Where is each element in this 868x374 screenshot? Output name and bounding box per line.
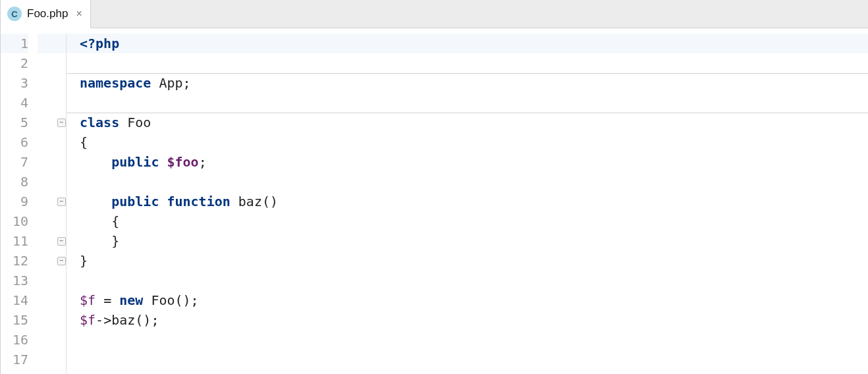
code-line[interactable]: { <box>67 132 865 152</box>
line-number: 4 <box>1 93 28 113</box>
token: baz <box>238 194 262 209</box>
code-editor[interactable]: 1234567891011121314151617 <?phpnamespace… <box>1 28 868 374</box>
tab-filename: Foo.php <box>27 7 68 20</box>
code-line[interactable] <box>67 93 865 113</box>
token: class <box>80 115 127 130</box>
token: (); <box>135 312 159 328</box>
code-line[interactable]: public $foo; <box>67 152 865 172</box>
fold-gutter <box>38 34 67 374</box>
code-line[interactable]: class Foo <box>67 113 865 132</box>
fold-open-icon[interactable] <box>57 198 66 206</box>
fold-close-icon[interactable] <box>57 257 66 265</box>
token: -> <box>95 312 111 328</box>
token: { <box>80 213 119 229</box>
line-number: 15 <box>1 310 28 330</box>
token: public <box>111 154 167 170</box>
token: public function <box>111 194 238 209</box>
code-line[interactable]: } <box>67 251 865 271</box>
token: (); <box>175 292 199 308</box>
code-line[interactable] <box>67 53 865 73</box>
token: ; <box>183 75 191 91</box>
token: <?php <box>80 36 119 51</box>
fold-close-icon[interactable] <box>57 237 66 246</box>
line-number: 16 <box>1 330 28 350</box>
line-number: 5 <box>1 113 28 132</box>
line-number: 13 <box>1 271 28 290</box>
code-line[interactable]: $f->baz(); <box>67 310 865 330</box>
token: = <box>95 292 119 308</box>
token: } <box>80 253 88 269</box>
file-tab[interactable]: C Foo.php × <box>1 0 91 28</box>
method-separator <box>67 73 868 74</box>
gutter-highlight <box>38 34 66 53</box>
line-number: 17 <box>1 350 28 369</box>
line-number: 14 <box>1 290 28 310</box>
token <box>80 194 111 209</box>
code-line[interactable]: public function baz() <box>67 192 865 211</box>
token: namespace <box>80 75 159 91</box>
code-line[interactable] <box>67 330 865 350</box>
code-line[interactable]: { <box>67 211 865 231</box>
code-line[interactable] <box>67 172 865 192</box>
token: ; <box>199 154 207 170</box>
token: $f <box>80 312 95 328</box>
token: Foo <box>151 292 175 308</box>
token: { <box>80 134 88 150</box>
line-number: 7 <box>1 152 28 172</box>
code-area[interactable]: <?phpnamespace App;class Foo{ public $fo… <box>67 34 868 374</box>
token: App <box>159 75 182 91</box>
code-line[interactable]: } <box>67 231 865 251</box>
code-line[interactable] <box>67 350 865 369</box>
fold-open-icon[interactable] <box>57 119 66 127</box>
code-line[interactable]: $f = new Foo(); <box>67 290 865 310</box>
line-number-gutter: 1234567891011121314151617 <box>1 34 38 374</box>
line-number: 12 <box>1 251 28 271</box>
line-number: 3 <box>1 73 28 93</box>
line-number: 11 <box>1 231 28 251</box>
token: baz <box>111 312 135 328</box>
token: new <box>119 292 151 308</box>
line-number: 2 <box>1 53 28 73</box>
line-number: 1 <box>1 34 28 53</box>
token <box>80 154 111 170</box>
code-line[interactable]: <?php <box>67 34 865 53</box>
line-number: 6 <box>1 132 28 152</box>
token: $f <box>80 292 95 308</box>
line-number: 9 <box>1 192 28 211</box>
token: $foo <box>167 154 198 170</box>
token: () <box>262 194 278 209</box>
method-separator <box>67 113 868 113</box>
code-line[interactable] <box>67 271 865 290</box>
code-line[interactable]: namespace App; <box>67 73 865 93</box>
line-number: 10 <box>1 211 28 231</box>
ide-window: C Foo.php × 1234567891011121314151617 <?… <box>0 0 868 374</box>
line-number: 8 <box>1 172 28 192</box>
token: } <box>80 233 119 249</box>
close-icon[interactable]: × <box>76 9 82 19</box>
class-icon: C <box>7 7 22 21</box>
token: Foo <box>127 115 151 130</box>
tab-bar: C Foo.php × <box>1 0 868 28</box>
